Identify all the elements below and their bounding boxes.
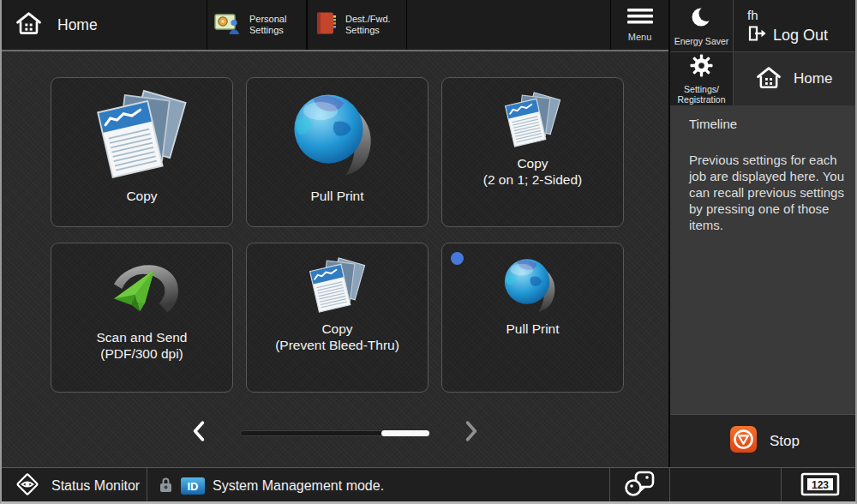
tile-label: Pull Print (310, 188, 363, 204)
energy-saver-label: Energy Saver (674, 36, 729, 46)
documents-icon (306, 252, 369, 321)
menu-label: Menu (628, 32, 652, 42)
device-screen: Home Personal Settings (0, 0, 857, 504)
chevron-right-icon[interactable] (461, 420, 482, 446)
logged-in-user: fh (747, 8, 857, 22)
chevron-left-icon[interactable] (189, 420, 209, 446)
home-icon (756, 66, 782, 93)
home-screen-content: Copy (2, 51, 668, 467)
page-title: Home (57, 16, 98, 34)
documents-icon (501, 87, 565, 155)
check-counter-icon (625, 471, 656, 501)
tile-pull-print-2[interactable]: Pull Print (441, 243, 624, 393)
tab-label: Personal Settings (249, 14, 286, 36)
tile-label: Copy (126, 188, 157, 204)
tab-personal-settings[interactable]: Personal Settings (207, 0, 307, 50)
globe-icon (500, 252, 566, 321)
log-out-icon (747, 25, 766, 45)
right-panel: Energy Saver fh Log Out (668, 0, 857, 467)
bottom-bar-spacer (670, 468, 782, 504)
tile-scan-and-send[interactable]: Scan and Send(PDF/300 dpi) (51, 243, 233, 393)
page-navigation (2, 420, 668, 446)
notification-dot (451, 252, 464, 265)
documents-icon (92, 85, 193, 188)
tab-dest-fwd-settings[interactable]: Dest./Fwd. Settings (307, 0, 407, 50)
moon-icon (690, 5, 714, 33)
page-scrollbar-thumb[interactable] (381, 430, 429, 436)
system-message: System Management mode. (213, 478, 384, 494)
stop-label: Stop (770, 433, 800, 450)
tile-copy-prevent-bleed-thru[interactable]: Copy(Prevent Bleed-Thru) (246, 243, 428, 393)
stop-button[interactable]: Stop (670, 414, 857, 467)
tile-label: Scan and Send(PDF/300 dpi) (96, 329, 187, 362)
home-icon (15, 11, 42, 39)
login-status-area[interactable]: ID System Management mode. (147, 468, 610, 504)
svg-text:123: 123 (812, 479, 829, 491)
settings-registration-label: Settings/ Registration (677, 84, 725, 105)
menu-button[interactable]: Menu (610, 0, 668, 50)
timeline-description: Previous settings for each job are displ… (689, 152, 852, 233)
personal-settings-icon (214, 11, 242, 39)
id-badge: ID (181, 477, 205, 495)
bottom-bar: Status Monitor ID System Management mode… (2, 467, 857, 504)
home-screen-button[interactable]: Home (734, 52, 857, 105)
status-monitor-icon (14, 471, 41, 501)
tile-label: Copy(2 on 1; 2-Sided) (483, 155, 582, 188)
tab-label: Dest./Fwd. Settings (345, 14, 391, 36)
log-out-button[interactable]: fh Log Out (734, 0, 857, 51)
timeline-panel: Timeline Previous settings for each job … (670, 105, 857, 414)
tile-copy[interactable]: Copy (51, 77, 233, 227)
hamburger-menu-icon (626, 9, 654, 27)
tile-copy-2on1-2sided[interactable]: Copy(2 on 1; 2-Sided) (441, 77, 624, 227)
energy-saver-button[interactable]: Energy Saver (670, 0, 734, 51)
stop-icon (729, 425, 758, 457)
lock-icon (159, 477, 173, 496)
check-counter-button[interactable] (610, 468, 670, 504)
address-book-icon (315, 11, 338, 39)
numeric-keypad-button[interactable]: 123 (782, 468, 857, 504)
status-monitor-button[interactable]: Status Monitor (2, 468, 147, 504)
tile-label: Copy(Prevent Bleed-Thru) (275, 321, 399, 353)
function-tile-grid: Copy (2, 51, 668, 393)
tile-label: Pull Print (506, 321, 559, 337)
page-scrollbar[interactable] (240, 430, 430, 436)
right-panel-row-2: Settings/ Registration Home (670, 51, 857, 105)
keypad-123-icon: 123 (800, 472, 840, 500)
globe-icon (288, 85, 387, 188)
paper-plane-icon (98, 250, 187, 329)
timeline-title: Timeline (689, 117, 847, 131)
right-panel-row-1: Energy Saver fh Log Out (670, 0, 857, 51)
gear-icon (690, 54, 713, 81)
log-out-label: Log Out (773, 27, 828, 45)
current-screen-home[interactable]: Home (15, 0, 98, 50)
status-monitor-label: Status Monitor (51, 478, 140, 494)
settings-registration-button[interactable]: Settings/ Registration (670, 52, 734, 105)
top-bar: Home Personal Settings (2, 0, 668, 51)
tile-pull-print[interactable]: Pull Print (246, 77, 428, 227)
home-button-label: Home (794, 70, 832, 87)
